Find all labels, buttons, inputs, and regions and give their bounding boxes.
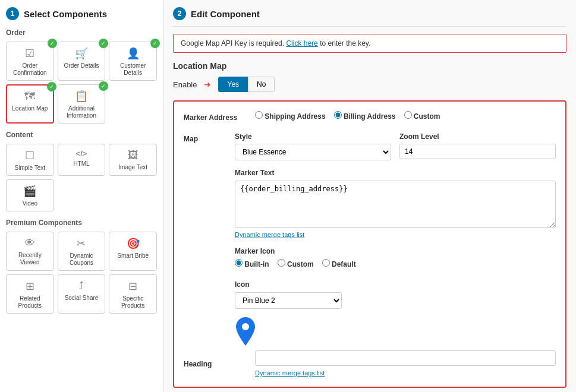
component-additional-info[interactable]: ✓ 📋 Additional Information [58, 84, 106, 124]
image-text-label: Image Text [118, 164, 147, 171]
social-share-label: Social Share [65, 295, 99, 302]
zoom-input[interactable] [399, 144, 556, 159]
radio-custom-input[interactable] [404, 111, 412, 119]
html-icon: </> [76, 149, 87, 158]
left-panel: 1 Select Components Order ✓ ☑ Order Conf… [0, 0, 163, 392]
api-key-alert: Google Map API Key is required. Click he… [173, 34, 566, 53]
zoom-label: Zoom Level [399, 132, 556, 141]
radio-custom-label: Custom [414, 112, 440, 121]
enable-toggle: Yes No [218, 77, 275, 92]
toggle-no-button[interactable]: No [248, 77, 275, 92]
premium-section-label: Premium Components [6, 219, 157, 227]
radio-default-input[interactable] [322, 259, 330, 267]
radio-billing[interactable]: Billing Address [334, 111, 396, 121]
radio-builtin[interactable]: Built-in [235, 259, 269, 268]
related-products-label: Related Products [9, 295, 51, 309]
additional-info-icon: 📋 [75, 90, 88, 103]
social-share-icon: ⤴ [78, 280, 84, 292]
zoom-group: Zoom Level [399, 132, 556, 160]
marker-address-row: Marker Address Shipping Address Billing … [184, 111, 556, 124]
radio-shipping-label: Shipping Address [265, 112, 325, 121]
toggle-yes-button[interactable]: Yes [218, 77, 248, 92]
marker-address-label: Marker Address [184, 113, 249, 122]
premium-grid: 👁 Recently Viewed ✂ Dynamic Coupons 🎯 Sm… [6, 232, 157, 314]
style-select[interactable]: Blue Essence Standard Silver Retro Dark [235, 144, 391, 160]
check-order-details: ✓ [99, 39, 108, 48]
radio-shipping-input[interactable] [255, 111, 263, 119]
radio-default-label: Default [332, 260, 356, 268]
component-html[interactable]: </> HTML [58, 144, 106, 176]
icon-select[interactable]: Pin Blue 2 Pin Red Pin Green Pin Yellow [235, 292, 342, 309]
arrow-icon: ➜ [204, 80, 211, 89]
heading-merge-link[interactable]: Dynamic merge tags list [255, 369, 325, 377]
component-smart-bribe[interactable]: 🎯 Smart Bribe [109, 232, 157, 271]
component-location-map[interactable]: ✓ 🗺 Location Map [6, 84, 54, 124]
step2-badge: 2 [173, 7, 186, 20]
radio-billing-label: Billing Address [344, 112, 396, 121]
component-recently-viewed[interactable]: 👁 Recently Viewed [6, 232, 54, 271]
alert-link[interactable]: Click here [286, 39, 317, 48]
left-panel-title: Select Components [24, 9, 107, 19]
style-group: Style Blue Essence Standard Silver Retro… [235, 132, 391, 160]
style-zoom-row: Style Blue Essence Standard Silver Retro… [235, 132, 556, 160]
marker-icon-options: Built-in Custom Default [235, 259, 556, 272]
component-dynamic-coupons[interactable]: ✂ Dynamic Coupons [58, 232, 106, 271]
radio-custom-icon-label: Custom [287, 260, 314, 268]
enable-label: Enable [173, 80, 197, 89]
style-label: Style [235, 132, 391, 141]
right-panel-title: Edit Component [191, 9, 260, 19]
html-label: HTML [73, 160, 89, 167]
location-map-label: Location Map [12, 105, 48, 112]
alert-text: Google Map API Key is required. [181, 39, 286, 48]
map-section: Map Style Blue Essence Standard Silver R… [184, 132, 556, 346]
smart-bribe-label: Smart Bribe [117, 252, 149, 260]
map-label: Map [184, 135, 198, 143]
map-right: Style Blue Essence Standard Silver Retro… [235, 132, 556, 346]
location-map-icon: 🗺 [24, 90, 35, 103]
heading-input[interactable] [255, 350, 556, 366]
radio-shipping[interactable]: Shipping Address [255, 111, 326, 121]
order-section-label: Order [6, 29, 157, 37]
order-details-icon: 🛒 [75, 47, 88, 60]
related-products-icon: ⊞ [26, 280, 34, 293]
image-text-icon: 🖼 [128, 149, 139, 162]
order-grid: ✓ ☑ Order Confirmation ✓ 🛒 Order Details… [6, 42, 157, 124]
radio-default[interactable]: Default [322, 259, 356, 268]
component-order-details[interactable]: ✓ 🛒 Order Details [58, 42, 106, 81]
step1-badge: 1 [6, 7, 19, 20]
heading-input-group: Dynamic merge tags list [255, 350, 556, 377]
component-specific-products[interactable]: ⊟ Specific Products [109, 274, 157, 314]
component-simple-text[interactable]: ☐ Simple Text [6, 144, 54, 176]
radio-custom[interactable]: Custom [404, 111, 440, 121]
marker-icon-row: Marker Icon Built-in Custom Defaul [235, 247, 556, 272]
marker-address-options: Shipping Address Billing Address Custom [255, 111, 440, 124]
component-image-text[interactable]: 🖼 Image Text [109, 144, 157, 176]
check-additional-info: ✓ [99, 81, 108, 91]
alert-suffix: to enter the key. [318, 39, 371, 48]
video-label: Video [23, 200, 37, 207]
radio-billing-input[interactable] [334, 111, 342, 119]
radio-custom-icon-input[interactable] [278, 259, 285, 267]
icon-label: Icon [235, 280, 556, 289]
radio-custom-icon[interactable]: Custom [278, 259, 314, 268]
marker-text-row: Marker Text {{order_billing_address}} Dy… [235, 169, 556, 239]
simple-text-label: Simple Text [15, 165, 46, 172]
marker-text-textarea[interactable]: {{order_billing_address}} [235, 181, 556, 228]
customer-details-label: Customer Details [112, 62, 154, 77]
order-confirmation-icon: ☑ [25, 47, 34, 60]
content-section-label: Content [6, 131, 157, 139]
component-customer-details[interactable]: ✓ 👤 Customer Details [109, 42, 157, 81]
component-social-share[interactable]: ⤴ Social Share [58, 274, 106, 314]
component-related-products[interactable]: ⊞ Related Products [6, 274, 54, 314]
heading-label: Heading [184, 360, 249, 368]
component-order-confirmation[interactable]: ✓ ☑ Order Confirmation [6, 42, 54, 81]
dynamic-merge-link[interactable]: Dynamic merge tags list [235, 231, 304, 238]
marker-icon-label: Marker Icon [235, 247, 556, 255]
check-location-map: ✓ [47, 82, 56, 91]
simple-text-icon: ☐ [25, 149, 34, 162]
customer-details-icon: 👤 [127, 47, 140, 60]
heading-row: Heading Dynamic merge tags list [184, 350, 556, 377]
component-video[interactable]: 🎬 Video [6, 179, 54, 211]
enable-row: Enable ➜ Yes No [173, 77, 566, 92]
radio-builtin-input[interactable] [235, 259, 243, 267]
